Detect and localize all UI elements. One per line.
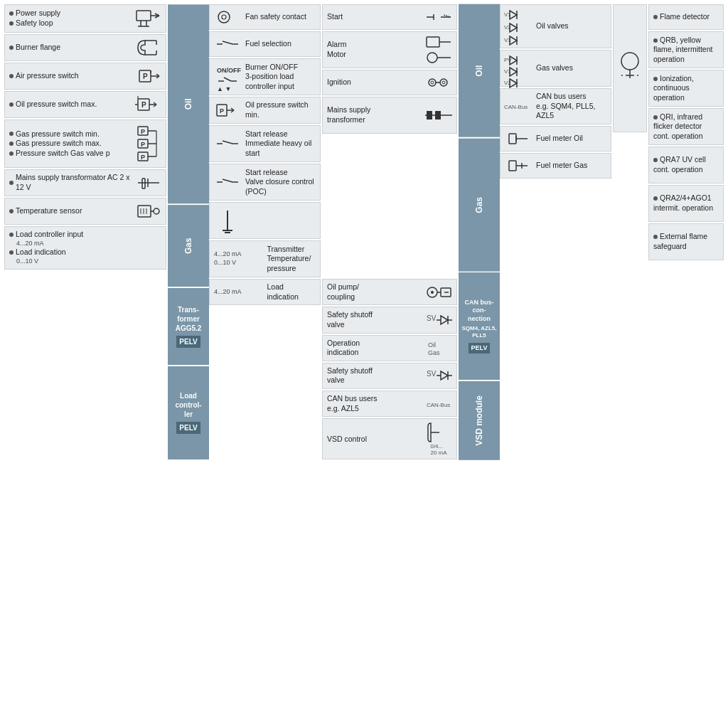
cell-transformer-empty xyxy=(209,202,321,239)
svg-rect-128 xyxy=(509,134,516,144)
gas-label-right: Gas xyxy=(459,139,500,272)
svg-text:P: P xyxy=(220,107,224,115)
can-bus-icon: CAN-Bus xyxy=(425,397,452,411)
gas-pressure-icon: P P P xyxy=(134,125,161,162)
svg-point-134 xyxy=(621,53,638,70)
svg-rect-86 xyxy=(435,111,441,119)
cell-start-release-gas: Start release Valve closure control (POC… xyxy=(209,164,321,201)
cell-shutoff2: Safety shutoff valve SV xyxy=(322,363,457,389)
can-bus-right-icon: CAN-Bus xyxy=(505,99,532,113)
cell-power-safety: Power supply Safety loop xyxy=(4,4,166,33)
svg-text:V1: V1 xyxy=(504,11,511,18)
oil-pump-icon xyxy=(425,283,452,302)
cell-oil-pressure-max: Oil pressure switch max. P xyxy=(4,91,166,118)
cell-air-pressure: Air pressure switch P xyxy=(4,63,166,90)
start-icon xyxy=(425,9,452,25)
cell-flame-detector: Flame detector xyxy=(648,4,724,30)
cell-start-release-oil: Start release Immediate heavy oil start xyxy=(209,125,321,162)
cell-operation-indication: Operation indication Oil Gas xyxy=(322,335,457,361)
cell-ignition: Ignition xyxy=(322,70,457,95)
svg-point-91 xyxy=(431,291,434,294)
svg-rect-131 xyxy=(509,161,516,171)
shutoff1-icon: SV xyxy=(425,311,452,329)
cell-oil-valves: V1 V2 V3 Oil valves xyxy=(500,4,611,48)
cell-fuel-meter-gas: Fuel meter Gas xyxy=(500,153,611,179)
air-pressure-icon: P xyxy=(134,66,161,86)
diagram-container: Power supply Safety loop Burner flange xyxy=(0,0,728,464)
cell-vsd-control: VSD control 0/4...20 mA xyxy=(322,418,457,459)
fan-safety-icon xyxy=(214,8,241,26)
svg-line-65 xyxy=(223,141,232,144)
onoff-icon: ON/OFF ▲ ▼ xyxy=(214,63,241,91)
cell-qri: QRI, infrared flicker detector cont. ope… xyxy=(648,108,724,145)
svg-rect-76 xyxy=(427,37,439,47)
svg-text:V3: V3 xyxy=(504,37,511,43)
cell-load-indication: 4...20 mA Load indication xyxy=(209,279,321,305)
svg-text:SV: SV xyxy=(427,370,437,378)
section-b: Oil Gas Trans-formerAGG5.2 PELV Loadcont… xyxy=(168,4,321,459)
svg-text:P: P xyxy=(141,154,145,161)
cell-flame-icon-area xyxy=(613,4,647,132)
d-items: V1 V2 V3 Oil valves xyxy=(500,4,611,459)
svg-point-48 xyxy=(218,11,230,23)
cell-gas-valves: PV V1 V2 Gas valves xyxy=(500,50,611,87)
svg-point-83 xyxy=(442,81,445,84)
svg-text:CAN-Bus: CAN-Bus xyxy=(427,402,450,408)
alarm-icon xyxy=(425,36,452,48)
svg-text:V2: V2 xyxy=(504,80,511,86)
cell-burner-onoff: ON/OFF ▲ ▼ Burner ON/OFF 3-position load… xyxy=(209,58,321,95)
vsd-icon xyxy=(425,422,452,443)
svg-point-82 xyxy=(440,79,447,86)
cell-qra2: QRA2/4+AGO1 intermit. operation xyxy=(648,185,724,222)
transformer-label: Trans-formerAGG5.2 PELV xyxy=(168,288,209,364)
cell-fuel-meter-oil: Fuel meter Oil xyxy=(500,126,611,151)
cell-gas-pressure: Gas pressure switch min. Gas pressure sw… xyxy=(4,119,166,168)
svg-point-78 xyxy=(427,53,437,63)
can-bus-label: CAN bus-con-nection SQM4, AZL5, PLL5 PEL… xyxy=(459,272,500,379)
d-labels: Oil Gas CAN bus-con-nection SQM4, AZL5, … xyxy=(459,4,500,459)
cell-temp-sensor: Temperature sensor xyxy=(4,198,166,225)
cell-external-flame: External flame safeguard xyxy=(648,223,724,260)
svg-line-68 xyxy=(223,179,232,182)
fuel-oil-icon xyxy=(505,131,532,147)
gas-valves-icon: PV V1 V2 xyxy=(505,53,532,83)
mains-supply-icon xyxy=(425,105,452,125)
cell-fuel-selection: Fuel selection xyxy=(209,31,321,57)
cell-oil-pressure-min: P Oil pressure switch min. xyxy=(209,97,321,124)
svg-line-52 xyxy=(223,41,232,44)
svg-rect-0 xyxy=(136,11,151,21)
oil-label-left: Oil xyxy=(168,4,209,203)
vsd-module-label: VSD module xyxy=(459,381,500,460)
svg-text:V2: V2 xyxy=(504,24,511,31)
fuel-sel-icon xyxy=(214,37,241,51)
cell-start: Start xyxy=(322,4,457,30)
power-safety-icon xyxy=(134,8,161,29)
fuel-gas-icon xyxy=(505,158,532,174)
svg-point-43 xyxy=(154,208,159,214)
section-d: Oil Gas CAN bus-con-nection SQM4, AZL5, … xyxy=(459,4,611,459)
svg-point-81 xyxy=(431,81,434,84)
cell-transmitter: 4...20 mA 0...10 V Transmitter Temperatu… xyxy=(209,240,321,277)
motor-icon xyxy=(425,51,452,64)
svg-text:P: P xyxy=(141,101,146,109)
center-spacer xyxy=(322,135,457,277)
section-a: Power supply Safety loop Burner flange xyxy=(4,4,166,459)
svg-text:Oil: Oil xyxy=(428,341,436,349)
cell-qra7: QRA7 UV cell cont. operation xyxy=(648,147,724,184)
gas-label-left: Gas xyxy=(168,205,209,287)
cell-mains-supply-transformer: Mains supply transformer xyxy=(322,97,457,134)
temp-sensor-icon xyxy=(134,201,161,221)
svg-text:PV: PV xyxy=(504,57,512,63)
cell-fan-safety: Fan safety contact xyxy=(209,4,321,30)
start-rel-icon xyxy=(214,134,241,154)
svg-marker-104 xyxy=(441,371,448,380)
flame-detector-area: Flame detector QRB, yellow flame, interm… xyxy=(613,4,724,260)
oil-press-min-icon: P xyxy=(214,100,241,120)
oil-pressure-max-icon: P xyxy=(134,95,161,115)
oil-valves-icon: V1 V2 V3 xyxy=(505,8,532,45)
svg-point-80 xyxy=(429,79,436,86)
svg-text:Gas: Gas xyxy=(428,349,440,356)
start-gas-icon xyxy=(214,172,241,192)
svg-text:SV: SV xyxy=(427,314,437,322)
b-labels: Oil Gas Trans-formerAGG5.2 PELV Loadcont… xyxy=(168,4,209,459)
